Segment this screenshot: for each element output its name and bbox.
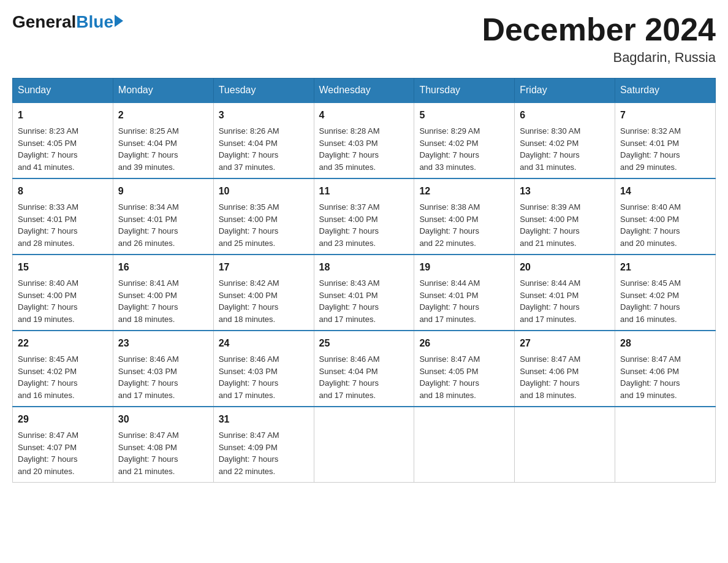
calendar-header-tuesday: Tuesday [213,79,314,103]
day-info: Sunrise: 8:46 AM Sunset: 4:04 PM Dayligh… [319,353,409,401]
day-info: Sunrise: 8:26 AM Sunset: 4:04 PM Dayligh… [219,125,309,173]
title-section: December 2024 Bagdarin, Russia [482,12,716,66]
calendar-table: SundayMondayTuesdayWednesdayThursdayFrid… [12,78,716,483]
day-number: 27 [520,336,610,351]
calendar-header-wednesday: Wednesday [314,79,414,103]
calendar-cell: 24 Sunrise: 8:46 AM Sunset: 4:03 PM Dayl… [213,331,314,407]
day-number: 29 [18,412,108,427]
day-number: 5 [419,108,509,123]
day-info: Sunrise: 8:46 AM Sunset: 4:03 PM Dayligh… [118,353,208,401]
calendar-cell: 18 Sunrise: 8:43 AM Sunset: 4:01 PM Dayl… [314,255,414,331]
day-info: Sunrise: 8:47 AM Sunset: 4:08 PM Dayligh… [118,429,208,477]
day-number: 11 [319,184,409,199]
calendar-cell: 4 Sunrise: 8:28 AM Sunset: 4:03 PM Dayli… [314,102,414,178]
calendar-header-sunday: Sunday [13,79,113,103]
day-info: Sunrise: 8:43 AM Sunset: 4:01 PM Dayligh… [319,277,409,325]
logo-triangle-icon [115,15,123,27]
day-number: 21 [620,260,710,275]
calendar-cell: 22 Sunrise: 8:45 AM Sunset: 4:02 PM Dayl… [13,331,113,407]
day-info: Sunrise: 8:40 AM Sunset: 4:00 PM Dayligh… [620,201,710,249]
day-info: Sunrise: 8:47 AM Sunset: 4:06 PM Dayligh… [620,353,710,401]
day-info: Sunrise: 8:33 AM Sunset: 4:01 PM Dayligh… [18,201,108,249]
calendar-cell: 6 Sunrise: 8:30 AM Sunset: 4:02 PM Dayli… [515,102,615,178]
day-number: 9 [118,184,208,199]
calendar-week-5: 29 Sunrise: 8:47 AM Sunset: 4:07 PM Dayl… [13,407,716,483]
calendar-cell: 7 Sunrise: 8:32 AM Sunset: 4:01 PM Dayli… [615,102,716,178]
calendar-cell: 1 Sunrise: 8:23 AM Sunset: 4:05 PM Dayli… [13,102,113,178]
month-title: December 2024 [482,12,716,47]
day-info: Sunrise: 8:41 AM Sunset: 4:00 PM Dayligh… [118,277,208,325]
calendar-header-row: SundayMondayTuesdayWednesdayThursdayFrid… [13,79,716,103]
day-info: Sunrise: 8:30 AM Sunset: 4:02 PM Dayligh… [520,125,610,173]
day-number: 31 [219,412,309,427]
day-info: Sunrise: 8:42 AM Sunset: 4:00 PM Dayligh… [219,277,309,325]
logo-general-text: General [12,12,76,32]
day-number: 19 [419,260,509,275]
calendar-cell: 15 Sunrise: 8:40 AM Sunset: 4:00 PM Dayl… [13,255,113,331]
day-number: 8 [18,184,108,199]
calendar-cell: 31 Sunrise: 8:47 AM Sunset: 4:09 PM Dayl… [213,407,314,483]
day-info: Sunrise: 8:44 AM Sunset: 4:01 PM Dayligh… [520,277,610,325]
day-info: Sunrise: 8:39 AM Sunset: 4:00 PM Dayligh… [520,201,610,249]
day-info: Sunrise: 8:47 AM Sunset: 4:09 PM Dayligh… [219,429,309,477]
calendar-week-1: 1 Sunrise: 8:23 AM Sunset: 4:05 PM Dayli… [13,102,716,178]
day-number: 14 [620,184,710,199]
day-number: 20 [520,260,610,275]
day-number: 22 [18,336,108,351]
day-info: Sunrise: 8:44 AM Sunset: 4:01 PM Dayligh… [419,277,509,325]
day-number: 30 [118,412,208,427]
day-number: 26 [419,336,509,351]
calendar-cell: 21 Sunrise: 8:45 AM Sunset: 4:02 PM Dayl… [615,255,716,331]
day-number: 1 [18,108,108,123]
calendar-cell: 30 Sunrise: 8:47 AM Sunset: 4:08 PM Dayl… [113,407,213,483]
location: Bagdarin, Russia [482,50,716,66]
calendar-week-3: 15 Sunrise: 8:40 AM Sunset: 4:00 PM Dayl… [13,255,716,331]
page-header: General Blue December 2024 Bagdarin, Rus… [12,12,716,66]
calendar-cell: 13 Sunrise: 8:39 AM Sunset: 4:00 PM Dayl… [515,178,615,255]
day-info: Sunrise: 8:46 AM Sunset: 4:03 PM Dayligh… [219,353,309,401]
calendar-cell: 8 Sunrise: 8:33 AM Sunset: 4:01 PM Dayli… [13,178,113,255]
day-number: 17 [219,260,309,275]
day-info: Sunrise: 8:47 AM Sunset: 4:07 PM Dayligh… [18,429,108,477]
day-number: 18 [319,260,409,275]
logo-blue-part: Blue [76,12,123,32]
calendar-cell [615,407,716,483]
calendar-cell: 10 Sunrise: 8:35 AM Sunset: 4:00 PM Dayl… [213,178,314,255]
day-number: 2 [118,108,208,123]
day-number: 16 [118,260,208,275]
day-info: Sunrise: 8:35 AM Sunset: 4:00 PM Dayligh… [219,201,309,249]
day-number: 4 [319,108,409,123]
calendar-cell: 25 Sunrise: 8:46 AM Sunset: 4:04 PM Dayl… [314,331,414,407]
day-number: 28 [620,336,710,351]
calendar-cell [515,407,615,483]
calendar-cell: 17 Sunrise: 8:42 AM Sunset: 4:00 PM Dayl… [213,255,314,331]
day-number: 7 [620,108,710,123]
day-number: 10 [219,184,309,199]
calendar-week-4: 22 Sunrise: 8:45 AM Sunset: 4:02 PM Dayl… [13,331,716,407]
calendar-cell: 26 Sunrise: 8:47 AM Sunset: 4:05 PM Dayl… [414,331,515,407]
day-info: Sunrise: 8:45 AM Sunset: 4:02 PM Dayligh… [18,353,108,401]
day-info: Sunrise: 8:34 AM Sunset: 4:01 PM Dayligh… [118,201,208,249]
day-info: Sunrise: 8:47 AM Sunset: 4:05 PM Dayligh… [419,353,509,401]
day-number: 3 [219,108,309,123]
day-info: Sunrise: 8:45 AM Sunset: 4:02 PM Dayligh… [620,277,710,325]
calendar-cell: 23 Sunrise: 8:46 AM Sunset: 4:03 PM Dayl… [113,331,213,407]
day-number: 15 [18,260,108,275]
calendar-cell: 5 Sunrise: 8:29 AM Sunset: 4:02 PM Dayli… [414,102,515,178]
day-number: 13 [520,184,610,199]
day-info: Sunrise: 8:47 AM Sunset: 4:06 PM Dayligh… [520,353,610,401]
day-number: 12 [419,184,509,199]
day-info: Sunrise: 8:25 AM Sunset: 4:04 PM Dayligh… [118,125,208,173]
day-number: 6 [520,108,610,123]
day-info: Sunrise: 8:28 AM Sunset: 4:03 PM Dayligh… [319,125,409,173]
calendar-cell [314,407,414,483]
calendar-cell: 11 Sunrise: 8:37 AM Sunset: 4:00 PM Dayl… [314,178,414,255]
calendar-cell: 14 Sunrise: 8:40 AM Sunset: 4:00 PM Dayl… [615,178,716,255]
calendar-cell: 29 Sunrise: 8:47 AM Sunset: 4:07 PM Dayl… [13,407,113,483]
day-number: 25 [319,336,409,351]
calendar-cell: 28 Sunrise: 8:47 AM Sunset: 4:06 PM Dayl… [615,331,716,407]
calendar-week-2: 8 Sunrise: 8:33 AM Sunset: 4:01 PM Dayli… [13,178,716,255]
day-info: Sunrise: 8:23 AM Sunset: 4:05 PM Dayligh… [18,125,108,173]
logo: General Blue [12,12,123,32]
day-info: Sunrise: 8:29 AM Sunset: 4:02 PM Dayligh… [419,125,509,173]
